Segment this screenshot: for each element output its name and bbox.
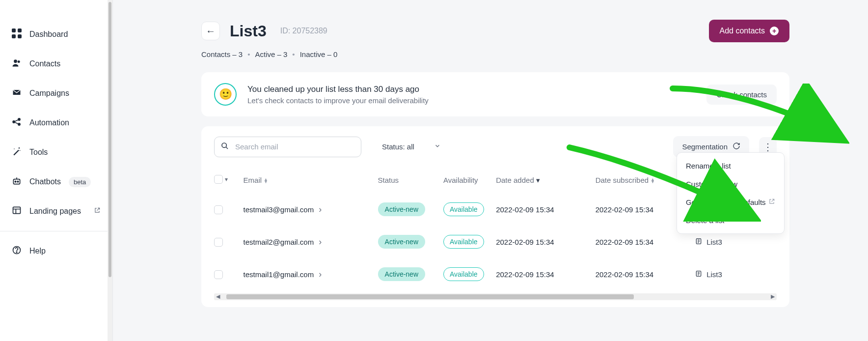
row-list[interactable]: List3 bbox=[706, 270, 722, 279]
svg-point-4 bbox=[14, 59, 17, 63]
status-badge: Active-new bbox=[378, 235, 425, 249]
row-date-added: 2022-02-09 15:34 bbox=[496, 258, 596, 290]
sidebar-item-contacts[interactable]: Contacts bbox=[0, 49, 112, 79]
dot-separator: • bbox=[247, 50, 250, 58]
smile-icon: 🙂 bbox=[214, 83, 237, 106]
table-row: testmail1@gmail.com›Active-newAvailable2… bbox=[214, 258, 777, 290]
svg-point-18 bbox=[222, 143, 226, 147]
select-all-checkbox[interactable] bbox=[214, 175, 223, 184]
col-date-added[interactable]: Date added ▾ bbox=[496, 167, 596, 193]
sidebar-item-help[interactable]: Help bbox=[0, 236, 112, 266]
layout-icon bbox=[12, 205, 22, 217]
row-checkbox[interactable] bbox=[214, 270, 223, 279]
list-options-menu: Rename a list Customize view Go to campa… bbox=[677, 152, 785, 234]
main: ← List3 ID: 20752389 Add contacts + Cont… bbox=[113, 0, 868, 341]
row-date-subscribed: 2022-02-09 15:34 bbox=[596, 258, 695, 290]
sidebar-item-automation[interactable]: Automation bbox=[0, 108, 112, 138]
row-date-added: 2022-02-09 15:34 bbox=[496, 226, 596, 258]
segmentation-label: Segmentation bbox=[682, 142, 728, 151]
svg-rect-3 bbox=[18, 34, 22, 38]
sidebar-item-label: Automation bbox=[29, 118, 69, 127]
external-icon bbox=[94, 207, 101, 216]
dashboard-icon bbox=[12, 28, 22, 40]
row-checkbox[interactable] bbox=[214, 205, 223, 214]
svg-rect-12 bbox=[13, 179, 20, 184]
chevron-right-icon[interactable]: › bbox=[319, 204, 322, 214]
sidebar-item-label: Contacts bbox=[29, 59, 60, 68]
sort-desc-icon: ▾ bbox=[536, 176, 540, 184]
svg-point-11 bbox=[20, 150, 21, 151]
col-email[interactable]: Email▲▼ bbox=[244, 167, 378, 193]
status-badge: Active-new bbox=[378, 267, 425, 281]
sidebar-item-label: Chatbots bbox=[29, 177, 61, 186]
status-filter-label: Status: all bbox=[382, 142, 414, 151]
bot-icon bbox=[12, 176, 22, 188]
sidebar-item-tools[interactable]: Tools bbox=[0, 138, 112, 167]
check-contacts-button[interactable]: Check contacts bbox=[706, 85, 777, 105]
sidebar-item-label: Landing pages bbox=[29, 207, 81, 216]
sidebar-scrollbar[interactable] bbox=[108, 0, 112, 341]
svg-rect-2 bbox=[12, 34, 16, 38]
row-list[interactable]: List3 bbox=[706, 238, 722, 246]
menu-customize[interactable]: Customize view bbox=[677, 175, 784, 193]
users-icon bbox=[12, 58, 22, 70]
header-row: ← List3 ID: 20752389 Add contacts + bbox=[201, 20, 789, 42]
svg-point-13 bbox=[15, 181, 16, 182]
sidebar-item-campaigns[interactable]: Campaigns bbox=[0, 79, 112, 108]
kebab-icon: ⋮ bbox=[763, 141, 773, 153]
add-contacts-label: Add contacts bbox=[720, 27, 765, 35]
sidebar-item-landing[interactable]: Landing pages bbox=[0, 197, 112, 226]
chevron-down-icon[interactable]: ▾ bbox=[225, 176, 228, 183]
row-checkbox[interactable] bbox=[214, 238, 223, 247]
add-contacts-button[interactable]: Add contacts + bbox=[709, 20, 790, 42]
svg-rect-1 bbox=[18, 28, 22, 32]
row-email[interactable]: testmail1@gmail.com bbox=[244, 270, 314, 279]
sidebar-divider bbox=[0, 231, 112, 231]
chevron-right-icon[interactable]: › bbox=[319, 237, 322, 247]
svg-point-5 bbox=[18, 60, 20, 63]
availability-badge: Available bbox=[443, 202, 484, 216]
menu-delete[interactable]: Delete a list bbox=[677, 211, 784, 229]
sidebar-item-dashboard[interactable]: Dashboard bbox=[0, 20, 112, 49]
svg-point-10 bbox=[14, 148, 15, 149]
row-email[interactable]: testmail3@gmail.com bbox=[244, 205, 314, 214]
sort-icon: ▲▼ bbox=[264, 178, 268, 184]
sidebar-item-label: Dashboard bbox=[29, 30, 68, 39]
sidebar-item-label: Campaigns bbox=[29, 89, 69, 98]
note-icon bbox=[695, 237, 703, 247]
status-badge: Active-new bbox=[378, 202, 425, 216]
sidebar-item-label: Help bbox=[29, 247, 46, 256]
menu-rename[interactable]: Rename a list bbox=[677, 157, 784, 175]
row-date-added: 2022-02-09 15:34 bbox=[496, 193, 596, 226]
mail-icon bbox=[12, 87, 22, 99]
col-availability: Availability bbox=[443, 167, 496, 193]
help-icon bbox=[12, 245, 22, 257]
menu-defaults[interactable]: Go to campaign defaults bbox=[677, 193, 784, 211]
sidebar: Dashboard Contacts Campaigns Automation … bbox=[0, 0, 113, 341]
sidebar-item-chatbots[interactable]: Chatbots beta bbox=[0, 167, 112, 197]
scroll-left-icon: ◀ bbox=[216, 293, 220, 300]
arrow-left-icon: ← bbox=[206, 26, 216, 37]
active-count: Active – 3 bbox=[255, 50, 287, 58]
availability-badge: Available bbox=[443, 267, 484, 281]
beta-badge: beta bbox=[69, 177, 91, 187]
search-icon bbox=[221, 142, 229, 152]
back-button[interactable]: ← bbox=[201, 22, 220, 40]
horizontal-scrollbar[interactable]: ◀ ▶ bbox=[214, 293, 777, 300]
alert-subtitle: Let's check contacts to improve your ema… bbox=[247, 96, 429, 105]
search-input[interactable] bbox=[214, 137, 361, 157]
chevron-right-icon[interactable]: › bbox=[319, 269, 322, 279]
dot-separator: • bbox=[292, 50, 295, 58]
col-status: Status bbox=[378, 167, 443, 193]
sort-icon: ▲▼ bbox=[651, 178, 655, 184]
share-icon bbox=[12, 117, 22, 129]
row-email[interactable]: testmail2@gmail.com bbox=[244, 238, 314, 246]
page-id: ID: 20752389 bbox=[280, 27, 327, 35]
svg-point-17 bbox=[16, 252, 17, 253]
wand-icon bbox=[12, 146, 22, 158]
note-icon bbox=[695, 270, 703, 279]
sidebar-item-label: Tools bbox=[29, 148, 48, 157]
status-filter[interactable]: Status: all bbox=[373, 138, 450, 156]
svg-point-14 bbox=[17, 181, 19, 182]
inactive-count: Inactive – 0 bbox=[300, 50, 338, 58]
